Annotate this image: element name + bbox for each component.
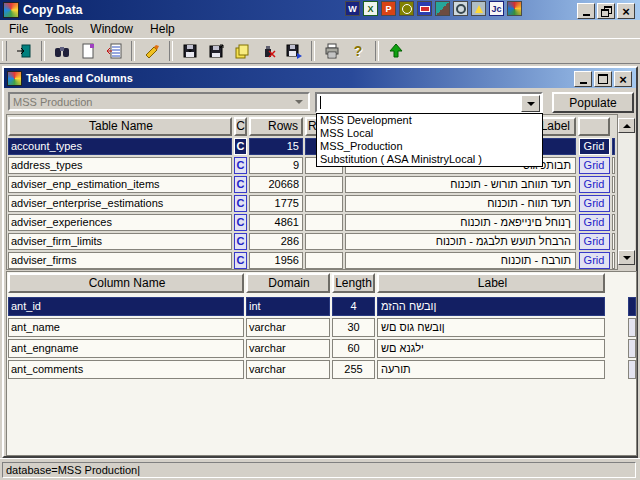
status-bar: database=MSS Production| — [0, 458, 640, 480]
populate-button[interactable]: Populate — [552, 92, 634, 113]
menu-file[interactable]: File — [1, 21, 36, 37]
help-button[interactable] — [345, 40, 371, 62]
minimize-button[interactable] — [577, 3, 595, 19]
status-text: database=MSS Production| — [2, 462, 636, 478]
grid-button[interactable]: Grid — [579, 176, 610, 193]
table-row[interactable]: adviser_experiences C 4861 חונכות - מאפי… — [8, 214, 617, 231]
copy-button[interactable] — [229, 40, 255, 62]
header-rows[interactable]: Rows — [249, 117, 303, 136]
dropdown-option[interactable]: MSS Local — [317, 127, 542, 140]
length-cell: 4 — [332, 297, 375, 316]
header-table-name[interactable]: Table Name — [8, 117, 232, 136]
table-name-cell[interactable]: adviser_experiences — [8, 214, 232, 231]
menu-window[interactable]: Window — [82, 21, 141, 37]
column-name-cell[interactable]: ant_engname — [8, 339, 244, 358]
menu-tools[interactable]: Tools — [37, 21, 81, 37]
copy-pages-icon — [234, 43, 250, 59]
table-row[interactable]: adviser_enterprise_estimations C 1775 חו… — [8, 195, 617, 212]
table-name-cell[interactable]: adviser_enterprise_estimations — [8, 195, 232, 212]
column-row[interactable]: ant_comments varchar 255 הערות — [8, 360, 638, 379]
grid-button[interactable]: Grid — [579, 252, 610, 269]
close-button[interactable] — [617, 3, 635, 19]
table-name-cell[interactable]: adviser_firm_limits — [8, 233, 232, 250]
toolbar-separator — [311, 41, 315, 61]
find-button[interactable] — [49, 40, 75, 62]
c-button[interactable]: C — [234, 252, 247, 269]
column-name-cell[interactable]: ant_comments — [8, 360, 244, 379]
toolbar-grip[interactable] — [2, 41, 7, 61]
save-button[interactable] — [177, 40, 203, 62]
column-row[interactable]: ant_id int 4 מזהה חשבון — [8, 297, 638, 316]
column-row[interactable]: ant_name varchar 30 שם סוג חשבון — [8, 318, 638, 337]
database-combo: MSS Production — [8, 92, 310, 111]
backup-disk-icon[interactable] — [417, 1, 432, 16]
header-domain[interactable]: Domain — [246, 273, 330, 293]
grid-button[interactable]: Grid — [579, 157, 610, 174]
table-row[interactable]: adviser_firm_limits C 286 חונכות - מגבלת… — [8, 233, 617, 250]
table-row[interactable]: adviser_enp_estimation_items C 20668 חונ… — [8, 176, 617, 193]
child-maximize-button[interactable] — [594, 71, 612, 87]
grid-button[interactable]: Grid — [579, 138, 610, 155]
header-length[interactable]: Length — [332, 273, 375, 293]
grid-button[interactable]: Grid — [579, 195, 610, 212]
new-button[interactable] — [75, 40, 101, 62]
header-label[interactable]: Label — [377, 273, 605, 293]
insert-rows-button[interactable] — [101, 40, 127, 62]
themes-icon[interactable] — [507, 1, 522, 16]
child-close-button[interactable] — [614, 71, 632, 87]
gallery-icon[interactable] — [435, 1, 450, 16]
table-name-cell[interactable]: adviser_firms — [8, 252, 232, 269]
rows-count-cell: 1956 — [249, 252, 303, 269]
word-icon[interactable] — [345, 1, 360, 16]
menu-help[interactable]: Help — [142, 21, 183, 37]
c-button[interactable]: C — [234, 195, 247, 212]
table-name-cell[interactable]: account_types — [8, 138, 232, 155]
chevron-down-icon — [527, 102, 535, 106]
table-row[interactable]: adviser_firms C 1956 חונכות - חברות Grid — [8, 252, 617, 269]
child-window-icon — [7, 71, 22, 86]
tables-grid-scrollbar[interactable] — [618, 118, 635, 265]
c-button[interactable]: C — [234, 233, 247, 250]
grid-button[interactable]: Grid — [579, 214, 610, 231]
table-name-cell[interactable]: adviser_enp_estimation_items — [8, 176, 232, 193]
save-as-button[interactable] — [203, 40, 229, 62]
text-caret — [320, 96, 321, 109]
exit-button[interactable] — [11, 40, 37, 62]
column-row[interactable]: ant_engname varchar 60 שם אנגלי — [8, 339, 638, 358]
dropdown-option[interactable]: MSS_Production — [317, 140, 542, 153]
excel-icon[interactable] — [363, 1, 378, 16]
domain-cell: varchar — [246, 318, 330, 337]
column-name-cell[interactable]: ant_id — [8, 297, 244, 316]
search-icon[interactable] — [453, 1, 468, 16]
menu-bar: File Tools Window Help — [0, 20, 640, 39]
save-append-button[interactable] — [281, 40, 307, 62]
scroll-down-button[interactable] — [618, 250, 635, 265]
system-tools-icon[interactable] — [471, 1, 486, 16]
column-name-cell[interactable]: ant_name — [8, 318, 244, 337]
profile-combo[interactable] — [315, 92, 543, 113]
header-c[interactable]: C — [234, 117, 247, 136]
header-column-name[interactable]: Column Name — [8, 273, 244, 293]
highlighter-button[interactable] — [139, 40, 165, 62]
schedule-icon[interactable] — [399, 1, 414, 16]
up-level-button[interactable] — [383, 40, 409, 62]
powerpoint-icon[interactable] — [381, 1, 396, 16]
profile-combo-dropdown-button[interactable] — [521, 95, 540, 112]
child-minimize-button[interactable] — [574, 71, 592, 87]
c-button[interactable]: C — [234, 157, 247, 174]
grid-button[interactable]: Grid — [579, 233, 610, 250]
scroll-up-button[interactable] — [618, 118, 635, 133]
c-button[interactable]: C — [234, 176, 247, 193]
c-button[interactable]: C — [234, 214, 247, 231]
print-button[interactable] — [319, 40, 345, 62]
dropdown-option[interactable]: Substitution ( ASA MinistryLocal ) — [317, 153, 542, 166]
delete-button[interactable] — [255, 40, 281, 62]
restore-button[interactable] — [597, 3, 615, 19]
green-up-arrow-icon — [388, 43, 404, 59]
rows-count-cell: 20668 — [249, 176, 303, 193]
row-tail — [628, 318, 636, 337]
table-name-cell[interactable]: address_types — [8, 157, 232, 174]
c-button[interactable]: C — [234, 138, 247, 155]
jc-icon[interactable] — [489, 1, 504, 16]
dropdown-option[interactable]: MSS Development — [317, 114, 542, 127]
